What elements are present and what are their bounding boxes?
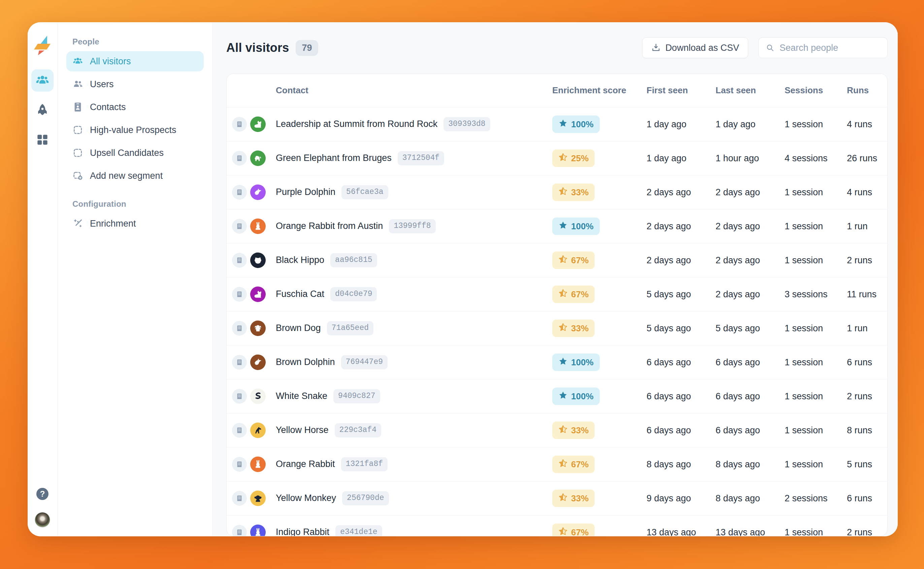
sessions-value: 1 session: [785, 459, 823, 469]
last-seen-value: 1 hour ago: [715, 153, 759, 163]
company-button[interactable]: [232, 355, 247, 370]
sidebar-item-enrichment[interactable]: Enrichment: [66, 213, 204, 234]
sessions-value: 1 session: [785, 425, 823, 435]
help-button[interactable]: ?: [37, 488, 49, 500]
column-header-last-seen[interactable]: Last seen: [715, 85, 756, 95]
company-button[interactable]: [232, 117, 247, 132]
download-csv-button[interactable]: Download as CSV: [642, 37, 748, 58]
visitor-id-badge: d04c0e79: [330, 287, 377, 301]
sidebar-item-upsell-candidates[interactable]: Upsell Candidates: [66, 143, 204, 163]
app-window: ? PeopleAll visitorsUsersContactsHigh-va…: [27, 22, 898, 536]
last-seen-value: 2 days ago: [715, 187, 760, 197]
sidebar-item-label: All visitors: [90, 56, 131, 67]
last-seen-value: 6 days ago: [715, 425, 760, 435]
visitor-name[interactable]: Brown Dolphin: [276, 357, 335, 367]
table-row[interactable]: White Snake 9409c827 100% 6 days ago 6 d…: [227, 379, 887, 414]
company-button[interactable]: [232, 151, 247, 166]
search-icon: [766, 43, 775, 53]
company-button[interactable]: [232, 253, 247, 268]
column-header-sessions[interactable]: Sessions: [785, 85, 823, 95]
rail-apps-button[interactable]: [31, 129, 53, 151]
visitor-name[interactable]: Orange Rabbit: [276, 459, 335, 469]
table-row[interactable]: Orange Rabbit from Austin 13999ff8 100% …: [227, 209, 887, 243]
company-button[interactable]: [232, 321, 247, 336]
first-seen-value: 9 days ago: [647, 493, 691, 504]
visitor-name[interactable]: Fuschia Cat: [276, 289, 324, 299]
visitor-id-badge: 13999ff8: [389, 219, 435, 233]
column-header-score[interactable]: Enrichment score: [552, 85, 626, 95]
visitor-name[interactable]: Yellow Horse: [276, 425, 329, 435]
runs-value: 4 runs: [847, 119, 872, 129]
sessions-value: 1 session: [785, 119, 823, 129]
sidebar-item-add-new-segment[interactable]: Add new segment: [66, 166, 204, 186]
last-seen-value: 2 days ago: [715, 289, 760, 299]
column-header-runs[interactable]: Runs: [847, 85, 869, 95]
last-seen-value: 1 day ago: [715, 119, 756, 129]
visitor-avatar-dolphin-icon: [250, 184, 266, 200]
visitor-name[interactable]: Purple Dolphin: [276, 187, 335, 197]
search-box[interactable]: [758, 37, 887, 58]
table-row[interactable]: Indigo Rabbit e341de1e 67% 13 days ago 1…: [227, 516, 887, 536]
visitor-name[interactable]: Yellow Monkey: [276, 493, 336, 504]
visitor-id-badge: aa96c815: [330, 253, 377, 267]
building-icon: [236, 529, 243, 536]
company-button[interactable]: [232, 457, 247, 472]
table-row[interactable]: Leadership at Summit from Round Rock 309…: [227, 107, 887, 141]
user-avatar[interactable]: [35, 512, 50, 528]
search-input[interactable]: [779, 43, 881, 53]
table-row[interactable]: Brown Dolphin 769447e9 100% 6 days ago 6…: [227, 345, 887, 379]
visitor-name[interactable]: Brown Dog: [276, 323, 321, 333]
runs-value: 2 runs: [847, 391, 872, 401]
sidebar-item-users[interactable]: Users: [66, 74, 204, 94]
sidebar-item-label: Enrichment: [90, 219, 136, 229]
table-row[interactable]: Yellow Monkey 256790de 33% 9 days ago 8 …: [227, 481, 887, 516]
table-row[interactable]: Brown Dog 71a65eed 33% 5 days ago 5 days…: [227, 312, 887, 345]
table-row[interactable]: Yellow Horse 229c3af4 33% 6 days ago 6 d…: [227, 414, 887, 447]
visitor-name[interactable]: Indigo Rabbit: [276, 527, 329, 536]
company-button[interactable]: [232, 525, 247, 536]
enrichment-score-badge: 100%: [552, 353, 600, 371]
table-row[interactable]: Orange Rabbit 1321fa8f 67% 8 days ago 8 …: [227, 447, 887, 481]
visitors-table: Contact Enrichment score First seen Last…: [226, 73, 887, 536]
first-seen-value: 5 days ago: [647, 323, 691, 333]
segment-icon: [72, 148, 83, 158]
building-icon: [236, 222, 243, 230]
table-row[interactable]: Black Hippo aa96c815 67% 2 days ago 2 da…: [227, 243, 887, 277]
column-header-contact[interactable]: Contact: [276, 85, 309, 96]
sidebar-item-all-visitors[interactable]: All visitors: [66, 51, 204, 72]
visitor-name[interactable]: Orange Rabbit from Austin: [276, 221, 383, 231]
visitor-avatar-dolphin-icon: [250, 354, 266, 370]
sidebar-item-contacts[interactable]: Contacts: [66, 97, 204, 117]
company-button[interactable]: [232, 219, 247, 234]
company-button[interactable]: [232, 423, 247, 438]
first-seen-value: 2 days ago: [647, 221, 691, 231]
table-row[interactable]: Purple Dolphin 56fcae3a 33% 2 days ago 2…: [227, 175, 887, 209]
sidebar-item-high-value-prospects[interactable]: High-value Prospects: [66, 120, 204, 140]
company-button[interactable]: [232, 389, 247, 404]
enrichment-score-badge: 25%: [552, 149, 595, 167]
sessions-value: 1 session: [785, 391, 823, 401]
column-header-first-seen[interactable]: First seen: [647, 85, 688, 95]
company-button[interactable]: [232, 491, 247, 506]
runs-value: 4 runs: [847, 187, 872, 197]
star-icon: [558, 289, 568, 300]
runs-value: 1 run: [847, 221, 868, 231]
visitor-name[interactable]: Black Hippo: [276, 255, 324, 265]
segment-icon: [72, 125, 83, 135]
rail-launch-button[interactable]: [31, 99, 53, 121]
first-seen-value: 6 days ago: [647, 391, 691, 401]
visitor-name[interactable]: White Snake: [276, 391, 327, 401]
company-button[interactable]: [232, 185, 247, 200]
rail-people-button[interactable]: [31, 69, 53, 91]
visitor-name[interactable]: Leadership at Summit from Round Rock: [276, 119, 437, 129]
visitor-name[interactable]: Green Elephant from Bruges: [276, 153, 392, 163]
app-logo-icon[interactable]: [32, 33, 53, 55]
star-icon: [558, 526, 568, 536]
building-icon: [236, 291, 243, 298]
company-button[interactable]: [232, 287, 247, 302]
building-icon: [236, 427, 243, 434]
visitor-avatar-snake-icon: [250, 388, 266, 404]
table-row[interactable]: Fuschia Cat d04c0e79 67% 5 days ago 2 da…: [227, 277, 887, 312]
sessions-value: 1 session: [785, 255, 823, 265]
table-row[interactable]: Green Elephant from Bruges 3712504f 25% …: [227, 141, 887, 175]
